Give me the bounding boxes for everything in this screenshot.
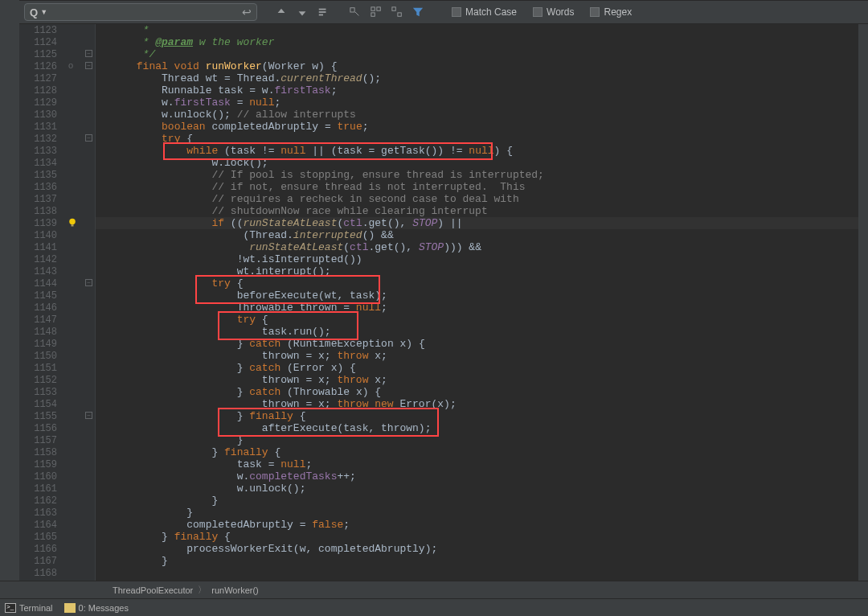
search-dropdown-icon[interactable]: ▼	[40, 8, 47, 16]
scrollbar-map[interactable]	[858, 24, 868, 581]
left-tool-stripe[interactable]	[0, 24, 19, 581]
line-number[interactable]: 1168	[19, 568, 63, 580]
code-line[interactable]: } catch (Throwable x) {	[96, 386, 858, 398]
code-line[interactable]: thrown = x; throw new Error(x);	[96, 398, 858, 410]
code-line[interactable]: } finally {	[96, 531, 858, 543]
code-line[interactable]: thrown = x; throw x;	[96, 374, 858, 386]
code-line[interactable]: } finally {	[96, 410, 858, 422]
code-line[interactable]: thrown = x; throw x;	[96, 350, 858, 362]
line-number[interactable]: 1125	[19, 49, 63, 61]
code-line[interactable]: task = null;	[96, 458, 858, 470]
line-number[interactable]: 1164	[19, 519, 63, 532]
code-line[interactable]: while (task != null || (task = getTask()…	[96, 145, 858, 157]
fold-toggle-icon[interactable]: −	[85, 134, 92, 142]
line-number[interactable]: 1157	[19, 435, 63, 447]
line-number[interactable]: 1159	[19, 459, 63, 471]
line-number[interactable]: 1126	[19, 61, 63, 73]
line-number[interactable]: 1156	[19, 423, 63, 435]
code-line[interactable]: } catch (Error x) {	[96, 362, 858, 374]
fold-toggle-icon[interactable]: −	[85, 412, 92, 419]
line-number[interactable]: 1166	[19, 544, 63, 556]
line-number[interactable]: 1123	[19, 25, 63, 37]
code-line[interactable]: runStateAtLeast(ctl.get(), STOP))) &&	[96, 241, 858, 253]
code-line[interactable]: }	[96, 507, 858, 519]
line-number[interactable]: 1167	[19, 556, 63, 568]
code-line[interactable]: completedAbruptly = false;	[96, 519, 858, 531]
code-line[interactable]: w.completedTasks++;	[96, 470, 858, 483]
line-number[interactable]: 1165	[19, 532, 63, 544]
filter-icon[interactable]	[410, 4, 426, 20]
line-number[interactable]: 1124	[19, 37, 63, 49]
line-number[interactable]: 1158	[19, 447, 63, 459]
line-number[interactable]: 1162	[19, 495, 63, 507]
code-line[interactable]: w.lock();	[96, 157, 858, 169]
line-number[interactable]: 1153	[19, 387, 63, 399]
line-number[interactable]: 1127	[19, 73, 63, 85]
line-number[interactable]: 1131	[19, 121, 63, 133]
fold-toggle-icon[interactable]: −	[85, 50, 92, 57]
line-number[interactable]: 1140	[19, 230, 63, 242]
code-line[interactable]: // shutdownNow race while clearing inter…	[96, 205, 858, 217]
code-line[interactable]: try {	[96, 277, 858, 290]
code-line[interactable]: // if not, ensure thread is not interrup…	[96, 181, 858, 193]
line-number[interactable]: 1163	[19, 507, 63, 519]
code-line[interactable]: }	[96, 555, 858, 567]
match-case-checkbox[interactable]: Match Case	[452, 6, 517, 18]
code-line[interactable]: boolean completedAbruptly = true;	[96, 121, 858, 133]
arrow-down-icon[interactable]	[294, 4, 310, 20]
gutter-icon-column[interactable]: o	[63, 24, 83, 581]
line-number-gutter[interactable]: 1123112411251126112711281129113011311132…	[19, 24, 63, 581]
code-line[interactable]: // If pool is stopping, ensure thread is…	[96, 169, 858, 181]
code-line[interactable]: afterExecute(task, thrown);	[96, 422, 858, 434]
unselect-icon[interactable]	[389, 4, 405, 20]
fold-toggle-icon[interactable]: −	[85, 279, 92, 286]
code-line[interactable]: try {	[96, 314, 858, 326]
line-number[interactable]: 1141	[19, 242, 63, 254]
code-line[interactable]: } finally {	[96, 446, 858, 458]
code-line[interactable]: * @param w the worker	[96, 36, 858, 48]
line-number[interactable]: 1152	[19, 375, 63, 387]
fold-toggle-icon[interactable]: −	[85, 62, 92, 69]
line-number[interactable]: 1134	[19, 158, 63, 170]
code-line[interactable]: (Thread.interrupted() &&	[96, 229, 858, 241]
line-number[interactable]: 1130	[19, 109, 63, 121]
line-number[interactable]: 1132	[19, 133, 63, 146]
line-number[interactable]: 1143	[19, 266, 63, 278]
line-number[interactable]: 1160	[19, 471, 63, 483]
code-line[interactable]: Throwable thrown = null;	[96, 302, 858, 314]
breadcrumb-class[interactable]: ThreadPoolExecutor	[113, 585, 193, 595]
fold-column[interactable]: −−−−−	[83, 24, 96, 581]
regex-checkbox[interactable]: Regex	[590, 6, 632, 18]
line-number[interactable]: 1150	[19, 351, 63, 363]
line-number[interactable]: 1151	[19, 363, 63, 375]
intention-bulb-icon[interactable]	[68, 218, 77, 228]
code-line[interactable]: Runnable task = w.firstTask;	[96, 84, 858, 97]
code-line[interactable]: task.run();	[96, 326, 858, 338]
line-number[interactable]: 1135	[19, 170, 63, 182]
arrow-up-icon[interactable]	[273, 4, 289, 20]
line-number[interactable]: 1154	[19, 399, 63, 411]
line-number[interactable]: 1145	[19, 290, 63, 302]
line-number[interactable]: 1144	[19, 278, 63, 290]
code-line[interactable]: */	[96, 48, 858, 60]
code-line[interactable]: if ((runStateAtLeast(ctl.get(), STOP) ||	[96, 217, 858, 229]
find-all-icon[interactable]	[315, 4, 331, 20]
override-marker-icon[interactable]: o	[68, 60, 73, 70]
code-line[interactable]: }	[96, 434, 858, 446]
search-input[interactable]: Q ▼ ↩	[24, 3, 257, 21]
line-number[interactable]: 1133	[19, 146, 63, 158]
line-number[interactable]: 1155	[19, 411, 63, 423]
code-line[interactable]: wt.interrupt();	[96, 265, 858, 277]
code-line[interactable]: final void runWorker(Worker w) {	[96, 60, 858, 72]
breadcrumb-method[interactable]: runWorker()	[211, 585, 258, 595]
code-line[interactable]: !wt.isInterrupted())	[96, 253, 858, 265]
code-line[interactable]: beforeExecute(wt, task);	[96, 290, 858, 302]
code-line[interactable]: *	[96, 24, 858, 36]
line-number[interactable]: 1138	[19, 206, 63, 218]
code-editor[interactable]: * * @param w the worker */ final void ru…	[96, 24, 858, 581]
line-number[interactable]: 1137	[19, 194, 63, 206]
code-line[interactable]: w.unlock(); // allow interrupts	[96, 109, 858, 121]
line-number[interactable]: 1148	[19, 326, 63, 339]
line-number[interactable]: 1161	[19, 483, 63, 495]
select-occurrence-icon[interactable]	[347, 4, 363, 20]
